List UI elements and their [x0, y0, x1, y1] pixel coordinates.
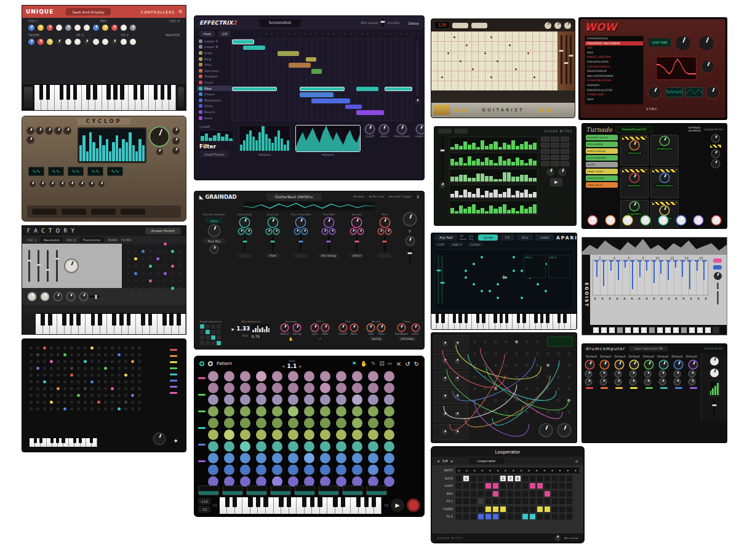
tick[interactable]: [362, 33, 362, 35]
knob-wrap[interactable]: [660, 371, 665, 377]
step-cell[interactable]: 1: [463, 475, 469, 482]
tick[interactable]: [316, 33, 317, 35]
knob[interactable]: [660, 206, 669, 215]
wow-knob-5[interactable]: [706, 86, 719, 98]
pitch-marker[interactable]: [601, 260, 608, 295]
list-item[interactable]: 6: [621, 256, 636, 260]
tick[interactable]: [424, 33, 425, 35]
tick[interactable]: [289, 33, 289, 35]
knob-wrap[interactable]: [69, 181, 75, 187]
module-2[interactable]: [434, 353, 468, 369]
note-circle-grid[interactable]: [208, 371, 394, 487]
effect-row-labels[interactable]: Looper ALooper BGrainRingVinylSpectrumTo…: [197, 38, 231, 121]
small-knob-row[interactable]: [266, 229, 279, 234]
step-cell[interactable]: [455, 482, 462, 489]
piano-key-white[interactable]: [74, 438, 80, 447]
kpbtn[interactable]: [561, 155, 569, 160]
knob[interactable]: [660, 174, 669, 182]
step-cell[interactable]: [463, 482, 469, 489]
knob-wrap[interactable]: [28, 293, 36, 300]
knob-wrap[interactable]: [659, 216, 668, 225]
knob-wrap[interactable]: [601, 371, 606, 377]
list-item[interactable]: Default: [614, 354, 625, 358]
mini-step-displays[interactable]: [198, 486, 387, 495]
tri[interactable]: ▲: [675, 296, 677, 300]
step-cell[interactable]: [537, 490, 543, 497]
step-cell[interactable]: [492, 475, 499, 482]
knob[interactable]: [324, 218, 334, 227]
knob[interactable]: [311, 324, 318, 331]
mod-wheel[interactable]: [24, 87, 33, 108]
knob-wrap[interactable]: [28, 39, 34, 45]
cyclop-small-knob[interactable]: [156, 148, 163, 155]
knob[interactable]: [38, 25, 44, 31]
knob[interactable]: [712, 216, 721, 225]
tick[interactable]: [339, 33, 340, 35]
wavescreen[interactable]: ∿∿: [87, 167, 103, 176]
tick[interactable]: [271, 33, 272, 35]
turnado-side-knob-3[interactable]: [712, 160, 719, 167]
mod-xy-pad[interactable]: [122, 244, 186, 288]
small-knob-row[interactable]: [351, 229, 363, 234]
knob[interactable]: [36, 127, 43, 134]
step-cell[interactable]: [522, 490, 529, 497]
pad[interactable]: [211, 335, 215, 340]
pad[interactable]: [206, 324, 210, 329]
piano-key-white[interactable]: [86, 314, 93, 334]
list-item[interactable]: Looper A: [197, 38, 231, 44]
step-cell[interactable]: [485, 475, 492, 482]
wow-knob-2[interactable]: [699, 36, 714, 50]
piano-key-white[interactable]: [449, 314, 454, 329]
step-cell[interactable]: [470, 490, 477, 497]
list-item[interactable]: [673, 327, 679, 334]
guitarist-mode-pill[interactable]: [452, 23, 468, 28]
list-item[interactable]: [170, 355, 177, 357]
tri[interactable]: ▲: [697, 296, 700, 300]
knob[interactable]: [41, 293, 49, 300]
guitarist-mode-pill-2[interactable]: [471, 23, 487, 28]
step-cell[interactable]: [492, 482, 499, 489]
list-item[interactable]: [625, 327, 631, 334]
knob[interactable]: [689, 371, 695, 377]
knob-wrap[interactable]: Size: [367, 324, 374, 335]
list-item[interactable]: STEREOBLASTER: [585, 78, 643, 83]
list-item[interactable]: Ring: [197, 56, 231, 62]
tri[interactable]: ▲: [660, 296, 663, 300]
knob[interactable]: [121, 39, 127, 45]
piano-key-white[interactable]: [86, 438, 92, 447]
list-item[interactable]: 10: [650, 256, 665, 260]
knob-wrap[interactable]: [102, 39, 108, 45]
egoist-step-row[interactable]: [590, 325, 727, 335]
tuning-peg-left-1[interactable]: [455, 108, 459, 113]
turnado-preset[interactable]: DallasDeanhill: [615, 126, 653, 133]
factory-keyboard[interactable]: [36, 313, 186, 334]
knob-wrap[interactable]: [588, 216, 597, 225]
guitarist-knob-3[interactable]: [564, 22, 571, 29]
knob-wrap[interactable]: Reso: [351, 324, 358, 335]
knob-wrap[interactable]: [623, 216, 632, 225]
master-fader[interactable]: [713, 399, 715, 417]
knob-wrap[interactable]: [111, 39, 118, 45]
grid-block[interactable]: [289, 63, 311, 68]
list-item[interactable]: VOWELIZER: [585, 92, 643, 97]
list-item[interactable]: [660, 387, 668, 389]
detector-knob-2[interactable]: [210, 246, 218, 253]
graindad-column[interactable]: Grain OscFlow: [261, 213, 286, 258]
value-1[interactable]: 0.39: [434, 242, 447, 247]
piano-key-white[interactable]: [437, 314, 442, 329]
tab-env[interactable]: Env: [517, 234, 533, 241]
knob-wrap[interactable]: [586, 361, 594, 369]
pin-tool-icon[interactable]: ⚑: [352, 361, 357, 367]
arr[interactable]: ▸: [567, 469, 569, 472]
seq-keypad[interactable]: [541, 137, 572, 166]
piano-key-white[interactable]: [164, 314, 172, 334]
knob-wrap[interactable]: [102, 25, 108, 31]
knob[interactable]: [47, 39, 53, 45]
list-item[interactable]: [713, 327, 719, 334]
knob-wrap[interactable]: [89, 181, 95, 187]
knob-wrap[interactable]: [56, 25, 62, 31]
knob-wrap[interactable]: [74, 25, 81, 31]
piano-key-white[interactable]: [431, 314, 437, 329]
knob[interactable]: [623, 216, 632, 225]
knob-wrap[interactable]: [65, 39, 71, 45]
